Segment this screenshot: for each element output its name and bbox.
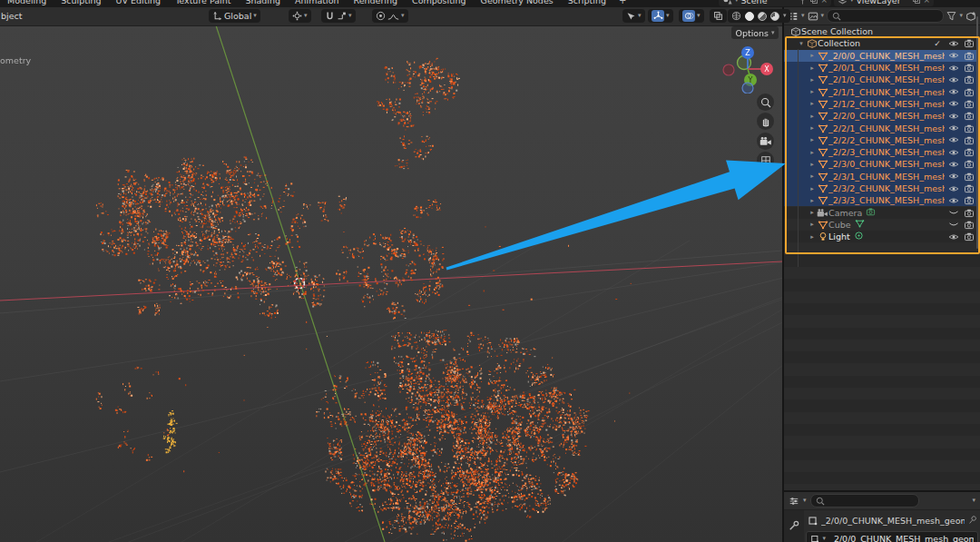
disclosure-icon[interactable]: ▸: [808, 64, 817, 72]
gizmo-neg-x-ball[interactable]: [723, 64, 734, 75]
options-dropdown[interactable]: Options ▾: [731, 26, 779, 39]
pin-icon[interactable]: [965, 514, 979, 527]
disclosure-icon[interactable]: ▸: [808, 185, 817, 192]
render-camera-icon[interactable]: [963, 51, 975, 61]
material-preview-icon[interactable]: [758, 12, 767, 21]
disclosure-icon[interactable]: ▸: [808, 52, 817, 59]
render-camera-icon[interactable]: [963, 135, 975, 145]
render-camera-icon[interactable]: [963, 147, 975, 157]
eye-icon[interactable]: [947, 196, 960, 205]
gizmos-dropdown[interactable]: ▾: [648, 9, 673, 23]
rendered-shading-icon[interactable]: [770, 12, 779, 21]
object-visibility-dropdown[interactable]: ▾: [622, 9, 645, 23]
workspace-tab-compositing[interactable]: Compositing: [405, 0, 474, 5]
tab-object[interactable]: [784, 533, 804, 542]
3d-viewport[interactable]: ometry Options ▾ Z X Y: [0, 25, 782, 542]
workspace-tab-animation[interactable]: Animation: [288, 0, 346, 5]
disclosure-icon[interactable]: ▸: [808, 124, 817, 132]
render-camera-icon[interactable]: [963, 208, 975, 218]
transform-orientation-dropdown[interactable]: Global ▾: [209, 9, 260, 23]
disclosure-icon[interactable]: ▸: [808, 233, 817, 241]
outliner-row[interactable]: ▸ Camera: [784, 206, 980, 218]
eye-icon[interactable]: [947, 123, 960, 133]
disclosure-icon[interactable]: ▸: [808, 161, 817, 168]
render-camera-icon[interactable]: [963, 183, 975, 193]
outliner-row[interactable]: ▸ _2/0/1_CHUNK_MESH_mesh_geome: [784, 62, 980, 74]
close-icon[interactable]: ×: [924, 0, 931, 5]
outliner-row[interactable]: ▸ _2/2/2_CHUNK_MESH_mesh_geome: [784, 134, 980, 146]
render-camera-icon[interactable]: [963, 74, 975, 84]
solid-shading-icon[interactable]: [745, 12, 754, 21]
render-camera-icon[interactable]: [963, 63, 975, 73]
disclosure-icon[interactable]: ▸: [808, 209, 817, 216]
scene-collection-row[interactable]: Scene Collection: [784, 25, 980, 37]
viewlayer-name[interactable]: ViewLayer: [857, 0, 909, 5]
magnet-icon[interactable]: [325, 11, 335, 21]
outliner-scrollbar[interactable]: [976, 16, 979, 249]
snap-controls[interactable]: ▾: [321, 9, 356, 23]
workspace-tab-modeling[interactable]: Modeling: [0, 0, 54, 5]
outliner-row[interactable]: ▸ Cube: [784, 219, 980, 231]
close-icon[interactable]: ×: [821, 0, 828, 5]
eye-icon[interactable]: [947, 160, 960, 169]
eye-icon[interactable]: [947, 184, 960, 193]
workspace-tab-sculpting[interactable]: Sculpting: [54, 0, 108, 5]
proportional-edit-controls[interactable]: ▾: [372, 9, 408, 23]
outliner-row[interactable]: ▸ _2/3/0_CHUNK_MESH_mesh_geome: [784, 158, 980, 170]
eye-icon[interactable]: [947, 39, 960, 48]
render-camera-icon[interactable]: [963, 172, 975, 182]
disclosure-icon[interactable]: ▸: [808, 172, 817, 180]
filter-icon[interactable]: [946, 11, 956, 21]
outliner-row[interactable]: ▸ _2/3/3_CHUNK_MESH_mesh_geome: [784, 194, 980, 206]
workspace-tab-uv-editing[interactable]: UV Editing: [109, 0, 169, 5]
workspace-tab-shading[interactable]: Shading: [238, 0, 288, 5]
tab-tool[interactable]: [784, 510, 804, 533]
eye-icon[interactable]: [947, 99, 960, 108]
outliner-row[interactable]: ▸ _2/1/1_CHUNK_MESH_mesh_geome: [784, 85, 980, 97]
mode-selector[interactable]: bject: [1, 11, 22, 21]
render-camera-icon[interactable]: [963, 232, 975, 241]
render-camera-icon[interactable]: [963, 195, 975, 205]
new-collection-icon[interactable]: [965, 11, 976, 22]
proportional-edit-icon[interactable]: [376, 11, 386, 21]
eye-icon[interactable]: [947, 220, 960, 229]
ortho-toggle-button[interactable]: [757, 152, 774, 169]
eye-icon[interactable]: [947, 75, 960, 84]
xray-toggle[interactable]: [710, 9, 727, 23]
eye-icon[interactable]: [947, 51, 960, 60]
disclosure-icon[interactable]: ▸: [808, 100, 817, 107]
display-mode-icon[interactable]: [808, 11, 818, 22]
outliner-row[interactable]: ▸ _2/2/3_CHUNK_MESH_mesh_geome: [784, 146, 980, 158]
outliner-row[interactable]: ▸ Light: [784, 231, 980, 242]
viewlayer-selector[interactable]: ▾ ViewLayer ×: [834, 0, 934, 6]
outliner-row[interactable]: ▸ _2/3/2_CHUNK_MESH_mesh_geome: [784, 182, 980, 194]
scene-name[interactable]: Scene: [741, 0, 796, 5]
disclosure-icon[interactable]: ▸: [808, 76, 817, 84]
render-camera-icon[interactable]: [963, 159, 975, 169]
outliner-search-input[interactable]: [827, 9, 944, 23]
eye-icon[interactable]: [947, 172, 960, 181]
gizmo-icon[interactable]: [652, 10, 664, 22]
render-camera-icon[interactable]: [963, 123, 975, 133]
collection-row[interactable]: ▾ Collection ✓: [784, 37, 980, 49]
pivot-point-dropdown[interactable]: ▾: [289, 9, 311, 23]
checkbox-checked-icon[interactable]: ✓: [931, 39, 944, 48]
render-camera-icon[interactable]: [963, 99, 975, 109]
outliner-row[interactable]: ▸ _2/2/1_CHUNK_MESH_mesh_geome: [784, 122, 980, 133]
outliner-row[interactable]: ▸ _2/1/2_CHUNK_MESH_mesh_geome: [784, 98, 980, 110]
workspace-tab-texture-paint[interactable]: Texture Paint: [168, 0, 238, 5]
pin-icon[interactable]: [799, 0, 807, 5]
scene-selector[interactable]: ▾ Scene ×: [719, 0, 831, 6]
workspace-tab-geometry-nodes[interactable]: Geometry Nodes: [474, 0, 561, 5]
wireframe-shading-icon[interactable]: [731, 11, 741, 21]
copy-viewlayer-icon[interactable]: [912, 0, 921, 5]
eye-icon[interactable]: [947, 232, 960, 241]
outliner-row[interactable]: ▸ _2/1/0_CHUNK_MESH_mesh_geome: [784, 74, 980, 85]
eye-icon[interactable]: [947, 208, 960, 217]
properties-editor-icon[interactable]: [789, 496, 799, 507]
render-camera-icon[interactable]: [963, 220, 975, 230]
falloff-curve-icon[interactable]: [387, 12, 399, 21]
disclosure-icon[interactable]: ▸: [808, 136, 817, 143]
properties-search-input[interactable]: [810, 494, 919, 508]
new-scene-icon[interactable]: [809, 0, 818, 5]
